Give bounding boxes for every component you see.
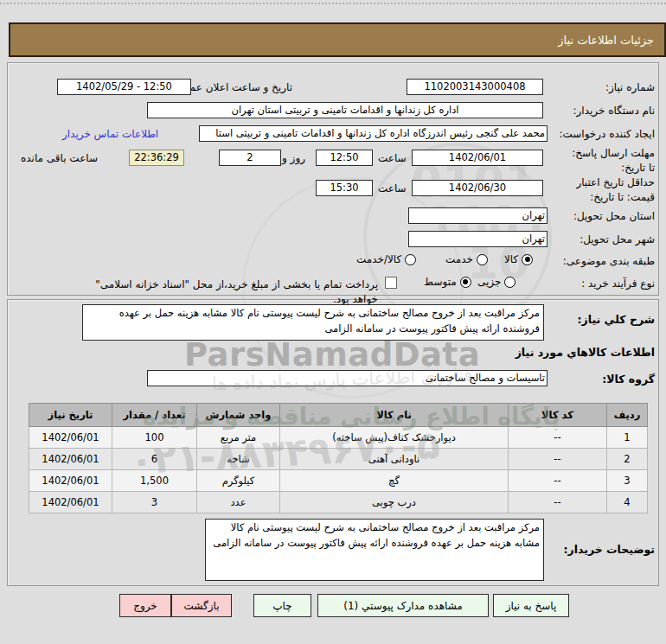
- radio-medium[interactable]: متوسط: [424, 276, 471, 288]
- delivery-province-field[interactable]: تهران: [408, 207, 548, 224]
- cell-need-date: 1402/06/01: [29, 427, 112, 449]
- delivery-province-label: استان محل تحویل:: [573, 210, 655, 222]
- hours-remaining-label: ساعت باقی مانده: [21, 152, 98, 164]
- treasury-docs-label: پرداخت تمام یا بخشی از مبلغ خرید،از محل …: [74, 277, 378, 308]
- exit-button[interactable]: خروج: [119, 594, 171, 617]
- cell-goods-name: دیوارخشک کناف(پیش ساخته): [280, 427, 509, 449]
- print-button[interactable]: چاپ: [253, 594, 311, 617]
- goods-table-header-row: ردیف کد کالا نام کالا واحد شمارش تعداد /…: [29, 404, 648, 427]
- respond-to-need-button[interactable]: پاسخ به نیاز: [493, 594, 569, 617]
- cell-need-date: 1402/06/01: [29, 449, 112, 470]
- radio-goods-icon[interactable]: [522, 254, 533, 265]
- buyer-notes-label: توضیحات خریدار:: [563, 543, 655, 556]
- radio-service-icon[interactable]: [477, 254, 488, 265]
- process-type-label: نوع فرآیند خرید :: [581, 277, 655, 290]
- table-row: 3 -- گچ کیلوگرم 1,500 1402/06/01: [29, 470, 648, 492]
- col-quantity: تعداد / مقدار: [112, 404, 197, 427]
- cell-row-number: 3: [607, 470, 648, 492]
- deadline-time-field[interactable]: 12:50: [316, 150, 373, 166]
- cell-goods-code: --: [509, 470, 607, 492]
- top-divider: [0, 3, 666, 4]
- radio-service[interactable]: خدمت: [445, 253, 488, 265]
- back-button[interactable]: بازگشت: [171, 594, 232, 617]
- cell-quantity: 1,500: [112, 470, 197, 492]
- col-goods-code: کد کالا: [509, 404, 607, 427]
- cell-row-number: 1: [607, 427, 648, 449]
- need-desc-box: مرکز مراقبت بعد از خروج مصالح ساختمانی ب…: [82, 304, 544, 341]
- need-number-label: شماره نیاز:: [605, 81, 655, 93]
- cell-unit: شاخه: [197, 449, 280, 470]
- cell-goods-name: گچ: [280, 470, 509, 492]
- request-creator-label: ایجاد کننده درخواست:: [559, 128, 655, 140]
- validity-date-field[interactable]: 1402/06/30: [412, 180, 543, 196]
- view-attached-docs-button[interactable]: مشاهده مدارک پیوستي (1): [317, 594, 489, 617]
- delivery-city-field[interactable]: تهران: [408, 231, 548, 247]
- table-row: 1 -- دیوارخشک کناف(پیش ساخته) متر مربع 1…: [29, 427, 648, 449]
- cell-quantity: 3: [112, 492, 197, 513]
- radio-partial-icon[interactable]: [504, 277, 516, 288]
- buyer-contact-link[interactable]: اطلاعات تماس خریدار: [62, 128, 158, 140]
- need-number-field[interactable]: 1102003143000408: [407, 79, 543, 95]
- radio-partial-label: جزیی: [477, 276, 501, 288]
- buyer-org-field[interactable]: اداره کل زندانها و اقدامات تامینی و تربی…: [147, 102, 543, 118]
- radio-goods-service[interactable]: کالا/خدمت: [356, 253, 416, 265]
- cell-row-number: 2: [607, 449, 648, 470]
- page-title: جزئیات اطلاعات نیاز: [9, 22, 666, 57]
- radio-goods-service-label: کالا/خدمت: [356, 253, 401, 265]
- goods-table: ردیف کد کالا نام کالا واحد شمارش تعداد /…: [29, 403, 648, 513]
- radio-partial[interactable]: جزیی: [477, 276, 516, 288]
- cell-row-number: 4: [607, 492, 648, 513]
- radio-goods[interactable]: کالا: [504, 253, 533, 265]
- radio-goods-service-icon[interactable]: [405, 254, 416, 265]
- deadline-date-field[interactable]: 1402/06/01: [412, 150, 543, 166]
- radio-service-label: خدمت: [445, 253, 473, 265]
- radio-medium-label: متوسط: [424, 276, 457, 288]
- table-row: 2 -- ناودانی آهنی شاخه 6 1402/06/01: [29, 449, 648, 470]
- goods-section-heading: اطلاعات کالاهاي مورد نیاز: [516, 346, 655, 359]
- days-and-label: روز و: [282, 152, 305, 164]
- cell-quantity: 100: [112, 427, 197, 449]
- days-remaining-field[interactable]: 2: [219, 150, 281, 166]
- validity-hour-label: ساعت: [378, 182, 407, 194]
- buyer-notes-box: مرکز مراقبت بعد از خروج مصالح ساختمانی ب…: [205, 519, 544, 581]
- cell-need-date: 1402/06/01: [29, 470, 112, 492]
- cell-unit: متر مربع: [197, 427, 280, 449]
- cell-unit: عدد: [197, 492, 280, 513]
- cell-need-date: 1402/06/01: [29, 492, 112, 513]
- treasury-docs-checkbox[interactable]: [385, 277, 397, 289]
- price-validity-label: حداقل تاریخ اعتبار قیمت: تا تاریخ:: [558, 175, 655, 206]
- goods-group-label: گروه کالا:: [602, 373, 655, 386]
- deadline-hour-label: ساعت: [378, 152, 407, 164]
- col-row-number: ردیف: [607, 404, 648, 427]
- cell-unit: کیلوگرم: [197, 470, 280, 492]
- cell-goods-code: --: [509, 427, 607, 449]
- radio-medium-icon[interactable]: [460, 277, 471, 288]
- need-desc-label: شرح کلي نیاز:: [578, 313, 655, 326]
- cell-goods-code: --: [509, 492, 607, 513]
- cell-quantity: 6: [112, 449, 197, 470]
- need-details-page: 0101 1001 10 جزئیات اطلاعات نیاز شماره ن…: [0, 0, 666, 644]
- buyer-org-label: نام دستگاه خریدار:: [573, 105, 656, 117]
- response-deadline-label: مهلت ارسال پاسخ: تا تاریخ:: [563, 146, 655, 176]
- delivery-city-label: شهر محل تحویل:: [580, 233, 655, 245]
- announce-datetime-field[interactable]: 1402/05/29 - 12:50: [57, 79, 191, 95]
- col-goods-name: نام کالا: [280, 404, 509, 427]
- cell-goods-code: --: [509, 449, 607, 470]
- request-creator-field[interactable]: محمد علی گنجی رئیس اندرزگاه اداره کل زند…: [199, 125, 548, 142]
- subject-class-label: طبقه بندی موضوعی:: [563, 255, 655, 267]
- col-unit: واحد شمارش: [197, 404, 280, 427]
- col-need-date: تاریخ نیاز: [29, 404, 112, 427]
- table-row: 4 -- درب چوبی عدد 3 1402/06/01: [29, 492, 648, 513]
- validity-time-field[interactable]: 15:30: [316, 180, 373, 196]
- radio-goods-label: کالا: [504, 253, 518, 265]
- cell-goods-name: ناودانی آهنی: [280, 449, 509, 470]
- cell-goods-name: درب چوبی: [280, 492, 509, 513]
- goods-group-field[interactable]: تاسیسات و مصالح ساختمانی: [147, 370, 548, 386]
- countdown-timer: 22:36:29: [129, 150, 184, 166]
